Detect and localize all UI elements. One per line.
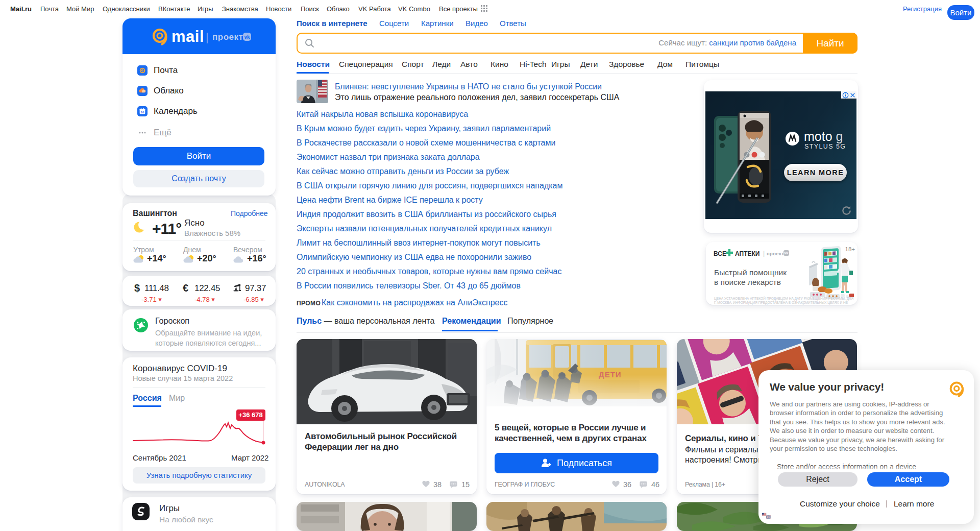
svg-text:+36 678: +36 678 <box>238 411 262 419</box>
svg-text:16: 16 <box>141 111 144 114</box>
